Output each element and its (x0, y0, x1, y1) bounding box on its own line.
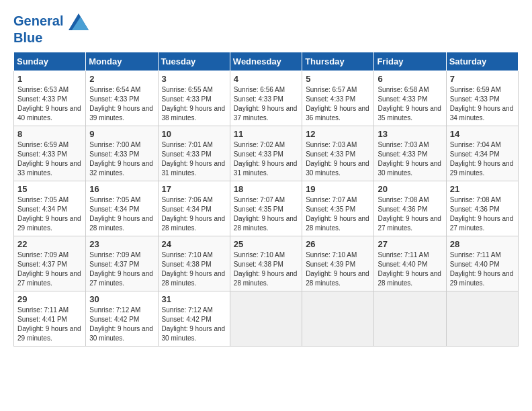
calendar-cell: 29 Sunrise: 7:11 AM Sunset: 4:41 PM Dayl… (14, 291, 86, 347)
day-header-tuesday: Tuesday (158, 52, 230, 71)
calendar-cell: 7 Sunrise: 6:59 AM Sunset: 4:33 PM Dayli… (446, 71, 518, 126)
day-info: Sunrise: 6:55 AM Sunset: 4:33 PM Dayligh… (162, 85, 226, 123)
logo-icon (69, 13, 89, 30)
calendar-cell: 6 Sunrise: 6:58 AM Sunset: 4:33 PM Dayli… (374, 71, 446, 126)
day-number: 17 (162, 184, 226, 194)
calendar-cell (374, 291, 446, 347)
logo-blue: Blue (13, 30, 89, 45)
day-info: Sunrise: 7:12 AM Sunset: 4:42 PM Dayligh… (89, 306, 154, 343)
day-header-saturday: Saturday (446, 52, 518, 71)
calendar-cell: 27 Sunrise: 7:11 AM Sunset: 4:40 PM Dayl… (374, 236, 446, 291)
week-row-3: 15 Sunrise: 7:05 AM Sunset: 4:34 PM Dayl… (14, 181, 519, 236)
calendar-cell: 19 Sunrise: 7:07 AM Sunset: 4:35 PM Dayl… (302, 181, 374, 236)
calendar-cell: 26 Sunrise: 7:10 AM Sunset: 4:39 PM Dayl… (302, 236, 374, 291)
day-info: Sunrise: 7:08 AM Sunset: 4:36 PM Dayligh… (450, 195, 515, 233)
calendar-cell: 16 Sunrise: 7:05 AM Sunset: 4:34 PM Dayl… (86, 181, 158, 236)
calendar-cell (446, 291, 518, 347)
day-number: 21 (450, 184, 515, 194)
day-info: Sunrise: 7:00 AM Sunset: 4:33 PM Dayligh… (89, 140, 154, 178)
calendar-cell: 17 Sunrise: 7:06 AM Sunset: 4:34 PM Dayl… (158, 181, 230, 236)
calendar-cell: 14 Sunrise: 7:04 AM Sunset: 4:34 PM Dayl… (446, 126, 518, 181)
week-row-2: 8 Sunrise: 6:59 AM Sunset: 4:33 PM Dayli… (14, 126, 519, 181)
day-number: 18 (234, 184, 298, 194)
week-row-5: 29 Sunrise: 7:11 AM Sunset: 4:41 PM Dayl… (14, 291, 519, 347)
day-number: 27 (378, 239, 442, 249)
day-number: 19 (306, 184, 370, 194)
calendar-cell: 30 Sunrise: 7:12 AM Sunset: 4:42 PM Dayl… (86, 291, 158, 347)
day-info: Sunrise: 7:11 AM Sunset: 4:41 PM Dayligh… (17, 306, 82, 343)
day-info: Sunrise: 7:03 AM Sunset: 4:33 PM Dayligh… (306, 140, 370, 178)
calendar-cell: 24 Sunrise: 7:10 AM Sunset: 4:38 PM Dayl… (158, 236, 230, 291)
calendar-cell: 25 Sunrise: 7:10 AM Sunset: 4:38 PM Dayl… (230, 236, 302, 291)
calendar-cell: 31 Sunrise: 7:12 AM Sunset: 4:42 PM Dayl… (158, 291, 230, 347)
calendar-cell: 8 Sunrise: 6:59 AM Sunset: 4:33 PM Dayli… (14, 126, 86, 181)
day-number: 12 (306, 129, 370, 139)
day-info: Sunrise: 6:56 AM Sunset: 4:33 PM Dayligh… (234, 85, 298, 123)
calendar-cell: 10 Sunrise: 7:01 AM Sunset: 4:33 PM Dayl… (158, 126, 230, 181)
day-number: 1 (17, 74, 82, 84)
day-number: 14 (450, 129, 515, 139)
day-info: Sunrise: 7:08 AM Sunset: 4:36 PM Dayligh… (378, 195, 442, 233)
calendar-cell: 9 Sunrise: 7:00 AM Sunset: 4:33 PM Dayli… (86, 126, 158, 181)
week-row-1: 1 Sunrise: 6:53 AM Sunset: 4:33 PM Dayli… (14, 71, 519, 126)
day-number: 16 (89, 184, 154, 194)
day-info: Sunrise: 7:11 AM Sunset: 4:40 PM Dayligh… (450, 250, 515, 288)
calendar-cell: 22 Sunrise: 7:09 AM Sunset: 4:37 PM Dayl… (14, 236, 86, 291)
calendar-cell: 4 Sunrise: 6:56 AM Sunset: 4:33 PM Dayli… (230, 71, 302, 126)
day-number: 30 (89, 294, 154, 304)
day-number: 5 (306, 74, 370, 84)
day-number: 26 (306, 239, 370, 249)
day-info: Sunrise: 7:04 AM Sunset: 4:34 PM Dayligh… (450, 140, 515, 178)
calendar-cell (302, 291, 374, 347)
calendar-cell: 20 Sunrise: 7:08 AM Sunset: 4:36 PM Dayl… (374, 181, 446, 236)
calendar-cell: 15 Sunrise: 7:05 AM Sunset: 4:34 PM Dayl… (14, 181, 86, 236)
calendar-cell: 12 Sunrise: 7:03 AM Sunset: 4:33 PM Dayl… (302, 126, 374, 181)
day-number: 28 (450, 239, 515, 249)
calendar-table: SundayMondayTuesdayWednesdayThursdayFrid… (13, 52, 519, 347)
page-header: General Blue (13, 13, 519, 45)
calendar-cell: 13 Sunrise: 7:03 AM Sunset: 4:33 PM Dayl… (374, 126, 446, 181)
day-number: 23 (89, 239, 154, 249)
day-number: 7 (450, 74, 515, 84)
day-info: Sunrise: 6:54 AM Sunset: 4:33 PM Dayligh… (89, 85, 154, 123)
day-header-wednesday: Wednesday (230, 52, 302, 71)
day-info: Sunrise: 7:07 AM Sunset: 4:35 PM Dayligh… (234, 195, 298, 233)
day-header-thursday: Thursday (302, 52, 374, 71)
calendar-cell: 18 Sunrise: 7:07 AM Sunset: 4:35 PM Dayl… (230, 181, 302, 236)
day-info: Sunrise: 7:02 AM Sunset: 4:33 PM Dayligh… (234, 140, 298, 178)
day-number: 22 (17, 239, 82, 249)
day-info: Sunrise: 7:01 AM Sunset: 4:33 PM Dayligh… (162, 140, 226, 178)
calendar-cell: 1 Sunrise: 6:53 AM Sunset: 4:33 PM Dayli… (14, 71, 86, 126)
day-info: Sunrise: 7:11 AM Sunset: 4:40 PM Dayligh… (378, 250, 442, 288)
calendar-header-row: SundayMondayTuesdayWednesdayThursdayFrid… (14, 52, 519, 71)
day-info: Sunrise: 7:09 AM Sunset: 4:37 PM Dayligh… (89, 250, 154, 288)
day-number: 25 (234, 239, 298, 249)
day-info: Sunrise: 7:05 AM Sunset: 4:34 PM Dayligh… (17, 195, 82, 233)
day-header-monday: Monday (86, 52, 158, 71)
day-number: 10 (162, 129, 226, 139)
day-number: 3 (162, 74, 226, 84)
day-number: 13 (378, 129, 442, 139)
calendar-cell: 21 Sunrise: 7:08 AM Sunset: 4:36 PM Dayl… (446, 181, 518, 236)
day-info: Sunrise: 6:59 AM Sunset: 4:33 PM Dayligh… (17, 140, 82, 178)
day-info: Sunrise: 7:10 AM Sunset: 4:38 PM Dayligh… (162, 250, 226, 288)
day-info: Sunrise: 7:06 AM Sunset: 4:34 PM Dayligh… (162, 195, 226, 233)
day-number: 31 (162, 294, 226, 304)
calendar-cell: 28 Sunrise: 7:11 AM Sunset: 4:40 PM Dayl… (446, 236, 518, 291)
day-info: Sunrise: 6:59 AM Sunset: 4:33 PM Dayligh… (450, 85, 515, 123)
day-number: 20 (378, 184, 442, 194)
day-info: Sunrise: 6:57 AM Sunset: 4:33 PM Dayligh… (306, 85, 370, 123)
logo-general: General (13, 13, 63, 28)
day-number: 2 (89, 74, 154, 84)
logo: General Blue (13, 13, 89, 45)
day-info: Sunrise: 7:09 AM Sunset: 4:37 PM Dayligh… (17, 250, 82, 288)
day-number: 9 (89, 129, 154, 139)
day-info: Sunrise: 7:12 AM Sunset: 4:42 PM Dayligh… (162, 306, 226, 343)
day-info: Sunrise: 6:58 AM Sunset: 4:33 PM Dayligh… (378, 85, 442, 123)
week-row-4: 22 Sunrise: 7:09 AM Sunset: 4:37 PM Dayl… (14, 236, 519, 291)
day-info: Sunrise: 7:03 AM Sunset: 4:33 PM Dayligh… (378, 140, 442, 178)
calendar-cell: 23 Sunrise: 7:09 AM Sunset: 4:37 PM Dayl… (86, 236, 158, 291)
day-header-friday: Friday (374, 52, 446, 71)
calendar-cell: 11 Sunrise: 7:02 AM Sunset: 4:33 PM Dayl… (230, 126, 302, 181)
day-number: 8 (17, 129, 82, 139)
